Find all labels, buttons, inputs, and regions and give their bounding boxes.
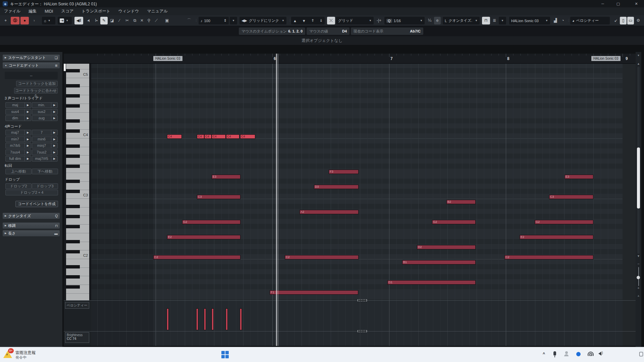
- chord4-maj75[interactable]: maj7/#5▶: [32, 156, 58, 162]
- play-chord-icon[interactable]: ▶: [24, 109, 31, 114]
- velocity-bar[interactable]: [226, 308, 228, 330]
- stepper-icon[interactable]: ⇕: [224, 18, 227, 23]
- midi-note[interactable]: G2: [432, 220, 476, 224]
- zoom-in-icon[interactable]: +: [636, 286, 641, 290]
- move-down-octave-icon[interactable]: ⇓: [320, 18, 323, 23]
- velocity-bar[interactable]: [196, 308, 198, 330]
- notification-center-icon[interactable]: [639, 352, 643, 356]
- move-down-icon[interactable]: ▼: [302, 19, 306, 23]
- lane-resize-handle[interactable]: [358, 299, 367, 301]
- draw-tool[interactable]: ✎: [100, 17, 108, 24]
- window-layout-button[interactable]: ⌂▼: [42, 17, 55, 24]
- erase-tool[interactable]: ◪: [109, 17, 115, 24]
- midi-note[interactable]: C3: [549, 195, 593, 199]
- play-chord-icon[interactable]: ▶: [24, 130, 31, 135]
- part-end-marker[interactable]: HALion Sonic 03: [591, 56, 621, 61]
- black-key[interactable]: [66, 155, 80, 158]
- part-start-marker[interactable]: HALion Sonic 03: [153, 56, 182, 61]
- controller-lane-label[interactable]: Brightness CC 74: [65, 332, 89, 343]
- play-chord-icon[interactable]: ▶: [51, 116, 57, 121]
- triad-dim[interactable]: dim▶: [5, 115, 31, 121]
- start-button[interactable]: [221, 351, 229, 359]
- close-button[interactable]: ✕: [631, 1, 641, 7]
- controller-lane[interactable]: [91, 331, 636, 346]
- chord4-min7[interactable]: min7▶: [5, 136, 31, 142]
- black-key[interactable]: [66, 165, 80, 168]
- line-tool[interactable]: ⟋: [153, 17, 160, 24]
- acoustic-feedback-icon[interactable]: ◑: [30, 17, 38, 24]
- chord4-fulldim[interactable]: full dim▶: [5, 156, 31, 162]
- velocity-bars-icon[interactable]: ▟: [552, 17, 559, 24]
- note-display-grid[interactable]: C4C4C4C4C4C4E3C3G2E2C2F3D3A2C2F1B2G2D2B1…: [91, 64, 636, 300]
- midi-note[interactable]: F3: [329, 170, 359, 174]
- lane-scroll-icon[interactable]: ▲: [636, 294, 641, 297]
- grid-plusminus-icon[interactable]: -|+: [375, 17, 383, 24]
- black-key[interactable]: [66, 215, 80, 218]
- midi-note[interactable]: G1: [387, 280, 476, 285]
- snap-type-dropdown[interactable]: グリッド ▼: [336, 17, 374, 24]
- midi-note[interactable]: D3: [314, 185, 359, 189]
- menu-item-1[interactable]: 編集: [29, 8, 37, 14]
- play-chord-icon[interactable]: ▶: [51, 130, 57, 135]
- snap-toggle-icon[interactable]: ⤬: [327, 17, 335, 24]
- play-chord-icon[interactable]: ▶: [24, 116, 31, 121]
- vertical-scrollbar-thumb[interactable]: [637, 147, 640, 208]
- play-chord-icon[interactable]: ▶: [51, 137, 57, 142]
- audition-speaker-icon[interactable]: ◀⦀: [74, 17, 83, 24]
- piano-keyboard[interactable]: C5C4C3C2: [64, 64, 91, 300]
- black-key[interactable]: [66, 250, 80, 253]
- tray-expand-icon[interactable]: ^: [543, 352, 545, 356]
- chord4-maj7[interactable]: maj7▶: [5, 130, 31, 135]
- show-part-borders-icon[interactable]: ⊓: [482, 17, 490, 24]
- solo-button[interactable]: Ⓢ: [11, 17, 19, 24]
- black-key[interactable]: [66, 285, 80, 289]
- iterative-quantize-icon[interactable]: ¼: [426, 17, 433, 24]
- split-scissors-tool[interactable]: ✂: [123, 17, 131, 24]
- part-editing-menu[interactable]: ▼: [499, 17, 506, 24]
- bluetooth-device-icon[interactable]: [576, 352, 581, 356]
- move-down-button[interactable]: 下へ移動: [32, 169, 58, 174]
- timeline-ruler[interactable]: 6789 HALion Sonic 03 HALion Sonic 03: [64, 54, 636, 64]
- insert-velocity-value[interactable]: 100: [204, 19, 210, 23]
- part-selector-dropdown[interactable]: HALion Sonic 03 ▼: [509, 17, 550, 24]
- insert-velocity-group[interactable]: ♪ 100 ⇕: [199, 17, 229, 24]
- move-up-button[interactable]: 上へ移動: [5, 169, 32, 174]
- record-button[interactable]: ●: [20, 17, 29, 24]
- move-up-octave-icon[interactable]: ⇑: [311, 18, 314, 23]
- midi-note[interactable]: C4: [167, 134, 182, 139]
- menu-item-3[interactable]: スコア: [61, 8, 73, 14]
- section-chord-edit[interactable]: ▼ コードエディット ≣: [3, 62, 60, 68]
- black-key[interactable]: [66, 240, 80, 243]
- chord4-minj7[interactable]: minj7▶: [32, 143, 58, 148]
- chord4-m7b5[interactable]: m7/b5▶: [5, 143, 31, 148]
- menu-item-6[interactable]: マニュアル: [147, 8, 167, 14]
- glue-tool[interactable]: ⧉: [131, 17, 138, 24]
- midi-note[interactable]: G2: [182, 220, 240, 224]
- midi-note[interactable]: E2: [167, 235, 240, 239]
- play-chord-icon[interactable]: ▶: [24, 103, 31, 108]
- people-icon[interactable]: [564, 351, 569, 356]
- black-key[interactable]: [66, 265, 80, 268]
- lane-divider[interactable]: [64, 300, 636, 301]
- black-key[interactable]: [66, 225, 80, 228]
- zoom-tool[interactable]: ⚲: [146, 17, 152, 24]
- black-key[interactable]: [66, 275, 80, 279]
- midi-note[interactable]: C2: [285, 255, 359, 259]
- velocity-bar[interactable]: [240, 308, 242, 330]
- triad-sus2[interactable]: sus2▶: [32, 109, 58, 115]
- zoom-slider-handle[interactable]: [637, 276, 640, 279]
- section-scale-assistant[interactable]: ▶ スケールアシスタント ❏: [3, 55, 60, 61]
- velocity-lane[interactable]: [91, 301, 636, 331]
- weather-alert-status[interactable]: 発令中: [15, 355, 26, 360]
- add-chord-track-button[interactable]: コードトラックを追加: [16, 81, 58, 86]
- velocity-lane-label[interactable]: ベロシティー: [65, 302, 89, 309]
- triad-aug[interactable]: aug▶: [32, 115, 58, 121]
- black-key[interactable]: [66, 205, 80, 208]
- midi-note[interactable]: E3: [565, 175, 593, 179]
- black-key[interactable]: [66, 190, 80, 193]
- play-chord-icon[interactable]: ▶: [51, 150, 57, 155]
- lower-zone-toggle[interactable]: ▭: [627, 17, 634, 24]
- chord4-7sus2[interactable]: 7sus2▶: [32, 149, 58, 155]
- midi-note[interactable]: C3: [197, 195, 240, 199]
- midi-note[interactable]: B2: [446, 200, 476, 204]
